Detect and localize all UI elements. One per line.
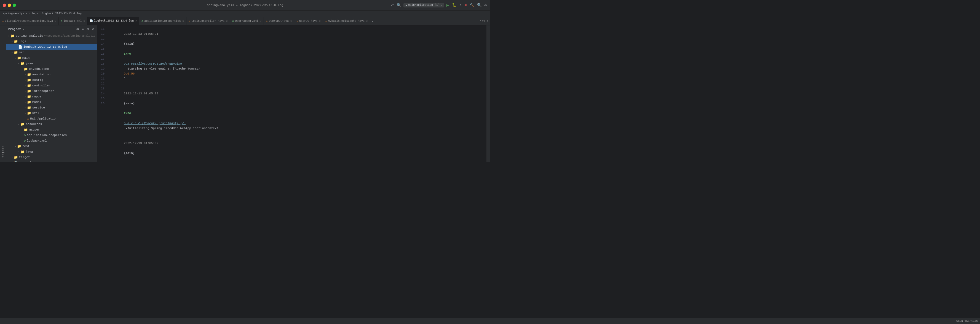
- settings-icon[interactable]: ⚙: [484, 2, 487, 8]
- folder-label: mapper: [32, 95, 43, 98]
- props-icon: ⚙: [24, 133, 25, 137]
- tree-controller-folder[interactable]: › 📁 controller: [6, 83, 97, 88]
- debug-button[interactable]: 🐛: [452, 2, 457, 8]
- tree-target-folder[interactable]: › 📁 target: [6, 155, 97, 160]
- breadcrumb-part-1[interactable]: spring-analysis: [3, 12, 27, 15]
- tab-close-button[interactable]: ✕: [84, 19, 85, 22]
- tab-logback-xml[interactable]: ⚙ logback.xml ✕: [59, 17, 87, 26]
- line-number: 11: [98, 27, 105, 32]
- breadcrumb-part-3[interactable]: logback.2022-12-13.0.log: [42, 12, 82, 15]
- tab-close-button[interactable]: ✕: [319, 19, 320, 22]
- search-icon[interactable]: 🔍: [476, 2, 482, 8]
- tree-logback-xml-file[interactable]: ⚙ logback.xml: [6, 138, 97, 144]
- java-icon: ☕: [27, 117, 29, 121]
- java-icon: ☕: [325, 19, 327, 23]
- tree-main-folder[interactable]: ▾ 📁 main: [6, 55, 97, 61]
- tree-main-application-file[interactable]: ☕ MainApplication: [6, 116, 97, 121]
- tabs-overflow-button[interactable]: ▾: [370, 19, 375, 23]
- expand-arrow: ›: [24, 90, 27, 93]
- expand-arrow: ▾: [14, 57, 17, 59]
- line-number: 20: [98, 71, 105, 76]
- folder-label: main: [22, 56, 30, 60]
- project-panel-tab[interactable]: Project: [0, 26, 6, 162]
- tree-application-props-file[interactable]: ⚙ application.properties: [6, 132, 97, 138]
- minimize-button[interactable]: [8, 3, 11, 7]
- tree-mapper-folder[interactable]: › 📁 mapper: [6, 94, 97, 99]
- tab-label: UserDO.java: [299, 19, 317, 22]
- log-icon: 📄: [90, 19, 93, 22]
- tree-logs-folder[interactable]: ▾ 📁 logs: [6, 38, 97, 44]
- tab-query-do[interactable]: ☕ QueryDO.java ✕: [264, 17, 294, 26]
- search-everywhere-icon[interactable]: 🔍: [396, 2, 402, 8]
- tree-cn-edu-demo-folder[interactable]: ▾ 📁 cn.edu.demo: [6, 66, 97, 72]
- line-number: 16: [98, 51, 105, 56]
- tab-mybatis-redis-cache[interactable]: ☕ MybatisRedisCache.java ✕: [323, 17, 370, 26]
- tree-pom-xml-file[interactable]: 📋 pom.xml: [6, 160, 97, 162]
- close-sidebar-icon[interactable]: ✕: [91, 26, 95, 32]
- vcs-icon[interactable]: ⎇: [389, 2, 394, 8]
- file-label: pom.xml: [19, 161, 32, 162]
- coverage-button[interactable]: ☂: [459, 2, 462, 8]
- build-button[interactable]: 🔨: [469, 2, 475, 8]
- file-label: logback.xml: [27, 139, 47, 142]
- tree-mapper-resources-folder[interactable]: › 📁 mapper: [6, 127, 97, 132]
- run-config-button[interactable]: ▶ MainApplication (1) ▾: [403, 3, 444, 8]
- tree-test-folder[interactable]: ▾ 📁 test: [6, 144, 97, 149]
- xml-icon: ⚙: [232, 19, 234, 23]
- tree-root[interactable]: ▾ 📁 spring-analysis ~/Documents/app/spri…: [6, 33, 97, 38]
- tab-close-button[interactable]: ✕: [135, 19, 137, 22]
- java-icon: ☕: [266, 19, 268, 23]
- tree-util-folder[interactable]: › 📁 util: [6, 110, 97, 116]
- expand-arrow: ▾: [14, 145, 17, 148]
- folder-label: cn.edu.demo: [29, 67, 49, 71]
- file-label: logback.2022-12-13.0.log: [24, 45, 67, 49]
- expand-icon[interactable]: ⚙: [86, 26, 89, 32]
- tree-logback-log-file[interactable]: 📄 logback.2022-12-13.0.log: [6, 44, 97, 49]
- tree-test-java-folder[interactable]: › 📁 java: [6, 149, 97, 155]
- folder-icon: 📁: [14, 40, 18, 44]
- tab-close-button[interactable]: ✕: [366, 19, 368, 22]
- tab-application-props[interactable]: ⚙ application.properties ✕: [139, 17, 186, 26]
- settings-icon[interactable]: ≡: [81, 26, 84, 32]
- maximize-button[interactable]: [13, 3, 16, 7]
- folder-icon: 📁: [14, 51, 18, 55]
- dropdown-icon: ▾: [441, 3, 442, 7]
- tab-login-controller[interactable]: ☕ LoginController.java ✕: [186, 17, 230, 26]
- tree-model-folder[interactable]: › 📁 model: [6, 99, 97, 105]
- folder-label: java: [25, 150, 33, 153]
- tab-logback-log[interactable]: 📄 logback.2022-12-13.0.log ✕: [88, 17, 139, 26]
- tab-illegal-argument[interactable]: ☕ IllegalArgumentException.java ✕: [0, 17, 59, 26]
- tree-java-folder[interactable]: ▾ 📁 java: [6, 61, 97, 66]
- tab-label: logback.xml: [64, 19, 82, 22]
- line-number: 18: [98, 61, 105, 66]
- folder-icon: 📁: [11, 34, 14, 38]
- tab-close-button[interactable]: ✕: [260, 19, 261, 22]
- expand-arrow: ›: [24, 96, 27, 98]
- breadcrumb-part-2[interactable]: logs: [32, 12, 38, 15]
- tree-intercepteor-folder[interactable]: › 📁 intercepteor: [6, 88, 97, 94]
- expand-arrow: ›: [24, 79, 27, 81]
- tab-user-do[interactable]: ☕ UserDO.java ✕: [294, 17, 323, 26]
- tab-close-button[interactable]: ✕: [226, 19, 228, 22]
- line-col-indicator: 1:1 ∧: [479, 19, 490, 23]
- scope-icon[interactable]: ⊕: [76, 26, 79, 32]
- tree-annotation-folder[interactable]: › 📁 annotation: [6, 72, 97, 77]
- expand-arrow: ›: [11, 156, 14, 159]
- tree-resources-folder[interactable]: ▾ 📁 resources: [6, 121, 97, 127]
- tree-src-folder[interactable]: ▾ 📁 src: [6, 49, 97, 55]
- tab-close-button[interactable]: ✕: [290, 19, 292, 22]
- tab-label: application.properties: [144, 19, 181, 22]
- line-number: 15: [98, 46, 105, 51]
- close-button[interactable]: [3, 3, 6, 7]
- editor-content: 11 12 13 14 15 16 17 18 19 20 21 22 23 2…: [97, 26, 490, 162]
- tree-config-folder[interactable]: › 📁 config: [6, 77, 97, 83]
- line-number: 17: [98, 56, 105, 61]
- tab-close-button[interactable]: ✕: [55, 19, 56, 22]
- tab-close-button[interactable]: ✕: [182, 19, 184, 22]
- stop-button[interactable]: ■: [464, 3, 467, 8]
- tree-service-folder[interactable]: › 📁 service: [6, 105, 97, 110]
- log-editor[interactable]: 2022-12-13 01:05:01 {main} INFO o.a.cata…: [107, 26, 486, 162]
- tab-user-mapper-xml[interactable]: ⚙ UserMapper.xml ✕: [230, 17, 264, 26]
- run-button[interactable]: ▶: [446, 2, 450, 8]
- folder-icon: 📁: [27, 111, 31, 115]
